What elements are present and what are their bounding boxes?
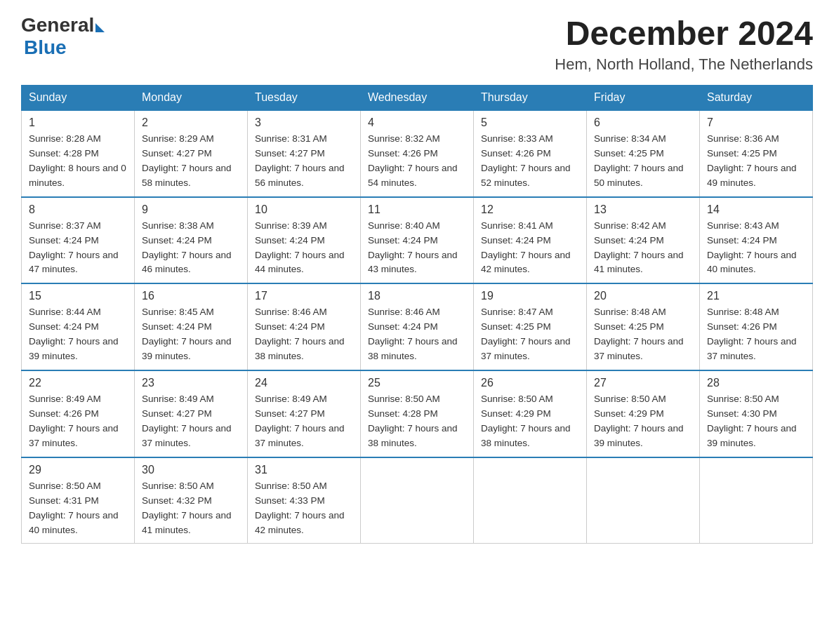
calendar-cell: 22Sunrise: 8:49 AMSunset: 4:26 PMDayligh… [22, 370, 135, 457]
logo: General Blue [21, 14, 105, 59]
day-info: Sunrise: 8:42 AMSunset: 4:24 PMDaylight:… [594, 219, 692, 278]
calendar-week-row: 8Sunrise: 8:37 AMSunset: 4:24 PMDaylight… [22, 197, 813, 284]
calendar-cell: 16Sunrise: 8:45 AMSunset: 4:24 PMDayligh… [135, 283, 248, 370]
calendar-cell: 30Sunrise: 8:50 AMSunset: 4:32 PMDayligh… [135, 457, 248, 544]
day-number: 28 [707, 377, 805, 389]
calendar-cell: 14Sunrise: 8:43 AMSunset: 4:24 PMDayligh… [700, 197, 813, 284]
day-info: Sunrise: 8:49 AMSunset: 4:26 PMDaylight:… [29, 392, 127, 451]
calendar-header-saturday: Saturday [700, 86, 813, 111]
calendar-cell [361, 457, 474, 544]
calendar-cell: 18Sunrise: 8:46 AMSunset: 4:24 PMDayligh… [361, 283, 474, 370]
day-number: 18 [368, 290, 466, 302]
day-number: 10 [255, 203, 353, 216]
calendar-cell: 3Sunrise: 8:31 AMSunset: 4:27 PMDaylight… [248, 110, 361, 197]
day-info: Sunrise: 8:50 AMSunset: 4:31 PMDaylight:… [29, 479, 127, 538]
calendar-cell: 17Sunrise: 8:46 AMSunset: 4:24 PMDayligh… [248, 283, 361, 370]
day-number: 7 [707, 116, 805, 129]
day-number: 8 [29, 203, 127, 216]
logo-blue-text: Blue [24, 36, 67, 58]
calendar-week-row: 22Sunrise: 8:49 AMSunset: 4:26 PMDayligh… [22, 370, 813, 457]
day-info: Sunrise: 8:48 AMSunset: 4:25 PMDaylight:… [594, 305, 692, 364]
day-number: 29 [29, 464, 127, 476]
day-info: Sunrise: 8:47 AMSunset: 4:25 PMDaylight:… [481, 305, 579, 364]
calendar-cell: 1Sunrise: 8:28 AMSunset: 4:28 PMDaylight… [22, 110, 135, 197]
day-number: 22 [29, 377, 127, 389]
day-number: 3 [255, 116, 353, 129]
day-number: 26 [481, 377, 579, 389]
day-info: Sunrise: 8:31 AMSunset: 4:27 PMDaylight:… [255, 132, 353, 191]
logo-general-text: General [21, 14, 94, 36]
day-number: 13 [594, 203, 692, 216]
day-number: 15 [29, 290, 127, 302]
calendar-cell: 27Sunrise: 8:50 AMSunset: 4:29 PMDayligh… [587, 370, 700, 457]
calendar-header-friday: Friday [587, 86, 700, 111]
day-info: Sunrise: 8:39 AMSunset: 4:24 PMDaylight:… [255, 219, 353, 278]
day-info: Sunrise: 8:28 AMSunset: 4:28 PMDaylight:… [29, 132, 127, 191]
day-number: 14 [707, 203, 805, 216]
day-number: 9 [142, 203, 240, 216]
day-info: Sunrise: 8:50 AMSunset: 4:29 PMDaylight:… [481, 392, 579, 451]
month-title: December 2024 [555, 14, 813, 53]
calendar-header-tuesday: Tuesday [248, 86, 361, 111]
calendar-cell: 6Sunrise: 8:34 AMSunset: 4:25 PMDaylight… [587, 110, 700, 197]
calendar-header-wednesday: Wednesday [361, 86, 474, 111]
calendar-cell: 8Sunrise: 8:37 AMSunset: 4:24 PMDaylight… [22, 197, 135, 284]
day-number: 12 [481, 203, 579, 216]
calendar-cell: 29Sunrise: 8:50 AMSunset: 4:31 PMDayligh… [22, 457, 135, 544]
day-number: 20 [594, 290, 692, 302]
day-info: Sunrise: 8:46 AMSunset: 4:24 PMDaylight:… [255, 305, 353, 364]
calendar-cell: 20Sunrise: 8:48 AMSunset: 4:25 PMDayligh… [587, 283, 700, 370]
calendar-header-row: SundayMondayTuesdayWednesdayThursdayFrid… [22, 86, 813, 111]
day-number: 16 [142, 290, 240, 302]
day-info: Sunrise: 8:29 AMSunset: 4:27 PMDaylight:… [142, 132, 240, 191]
day-number: 27 [594, 377, 692, 389]
day-info: Sunrise: 8:33 AMSunset: 4:26 PMDaylight:… [481, 132, 579, 191]
title-container: December 2024 Hem, North Holland, The Ne… [555, 14, 813, 74]
day-number: 21 [707, 290, 805, 302]
calendar-cell: 13Sunrise: 8:42 AMSunset: 4:24 PMDayligh… [587, 197, 700, 284]
calendar-cell: 15Sunrise: 8:44 AMSunset: 4:24 PMDayligh… [22, 283, 135, 370]
day-info: Sunrise: 8:40 AMSunset: 4:24 PMDaylight:… [368, 219, 466, 278]
day-info: Sunrise: 8:50 AMSunset: 4:32 PMDaylight:… [142, 479, 240, 538]
day-info: Sunrise: 8:32 AMSunset: 4:26 PMDaylight:… [368, 132, 466, 191]
calendar-cell: 24Sunrise: 8:49 AMSunset: 4:27 PMDayligh… [248, 370, 361, 457]
calendar-cell: 31Sunrise: 8:50 AMSunset: 4:33 PMDayligh… [248, 457, 361, 544]
day-number: 11 [368, 203, 466, 216]
day-number: 5 [481, 116, 579, 129]
day-number: 6 [594, 116, 692, 129]
calendar-cell: 19Sunrise: 8:47 AMSunset: 4:25 PMDayligh… [474, 283, 587, 370]
day-info: Sunrise: 8:37 AMSunset: 4:24 PMDaylight:… [29, 219, 127, 278]
calendar-cell: 7Sunrise: 8:36 AMSunset: 4:25 PMDaylight… [700, 110, 813, 197]
calendar-cell [474, 457, 587, 544]
calendar-header-monday: Monday [135, 86, 248, 111]
calendar-cell: 2Sunrise: 8:29 AMSunset: 4:27 PMDaylight… [135, 110, 248, 197]
calendar-cell: 25Sunrise: 8:50 AMSunset: 4:28 PMDayligh… [361, 370, 474, 457]
calendar-cell: 5Sunrise: 8:33 AMSunset: 4:26 PMDaylight… [474, 110, 587, 197]
day-info: Sunrise: 8:49 AMSunset: 4:27 PMDaylight:… [142, 392, 240, 451]
day-number: 30 [142, 464, 240, 476]
day-info: Sunrise: 8:38 AMSunset: 4:24 PMDaylight:… [142, 219, 240, 278]
day-info: Sunrise: 8:49 AMSunset: 4:27 PMDaylight:… [255, 392, 353, 451]
calendar-header-thursday: Thursday [474, 86, 587, 111]
calendar-cell: 4Sunrise: 8:32 AMSunset: 4:26 PMDaylight… [361, 110, 474, 197]
calendar-cell: 10Sunrise: 8:39 AMSunset: 4:24 PMDayligh… [248, 197, 361, 284]
calendar-cell: 26Sunrise: 8:50 AMSunset: 4:29 PMDayligh… [474, 370, 587, 457]
day-number: 19 [481, 290, 579, 302]
calendar-header-sunday: Sunday [22, 86, 135, 111]
day-info: Sunrise: 8:43 AMSunset: 4:24 PMDaylight:… [707, 219, 805, 278]
day-info: Sunrise: 8:50 AMSunset: 4:30 PMDaylight:… [707, 392, 805, 451]
calendar-cell: 21Sunrise: 8:48 AMSunset: 4:26 PMDayligh… [700, 283, 813, 370]
day-number: 25 [368, 377, 466, 389]
calendar-cell: 9Sunrise: 8:38 AMSunset: 4:24 PMDaylight… [135, 197, 248, 284]
page-header: General Blue December 2024 Hem, North Ho… [21, 14, 813, 74]
calendar-cell [700, 457, 813, 544]
day-number: 17 [255, 290, 353, 302]
day-number: 24 [255, 377, 353, 389]
calendar-table: SundayMondayTuesdayWednesdayThursdayFrid… [21, 85, 813, 544]
day-number: 23 [142, 377, 240, 389]
day-info: Sunrise: 8:48 AMSunset: 4:26 PMDaylight:… [707, 305, 805, 364]
calendar-cell: 11Sunrise: 8:40 AMSunset: 4:24 PMDayligh… [361, 197, 474, 284]
day-number: 31 [255, 464, 353, 476]
day-info: Sunrise: 8:45 AMSunset: 4:24 PMDaylight:… [142, 305, 240, 364]
calendar-cell: 23Sunrise: 8:49 AMSunset: 4:27 PMDayligh… [135, 370, 248, 457]
